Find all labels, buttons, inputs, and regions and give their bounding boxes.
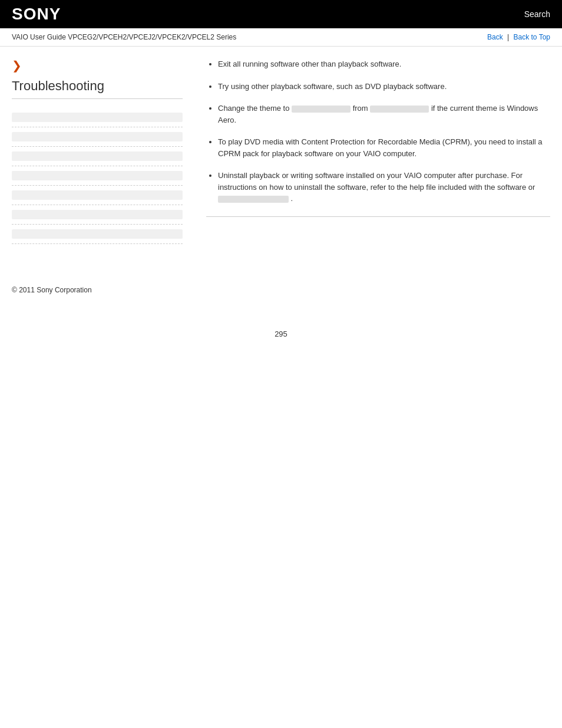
list-item[interactable] — [12, 205, 183, 225]
content-list: Exit all running software other than pla… — [206, 58, 550, 205]
sidebar: ❯ Troubleshooting — [12, 58, 194, 244]
search-button[interactable]: Search — [524, 9, 550, 19]
content-area: Exit all running software other than pla… — [194, 58, 550, 244]
bullet-text-4: To play DVD media with Content Protectio… — [218, 137, 543, 158]
redacted-theme-name — [292, 106, 351, 113]
bullet-text-1: Exit all running software other than pla… — [218, 60, 401, 68]
sidebar-links — [12, 108, 183, 244]
nav-links: Back | Back to Top — [487, 33, 550, 41]
sidebar-title: Troubleshooting — [12, 78, 183, 99]
sidebar-link[interactable] — [12, 210, 183, 219]
redacted-link — [218, 196, 289, 203]
list-item: Try using other playback software, such … — [218, 81, 550, 93]
breadcrumb-text: VAIO User Guide VPCEG2/VPCEH2/VPCEJ2/VPC… — [12, 33, 236, 41]
bullet-text-3: Change the theme to from if the current … — [218, 104, 538, 124]
sony-logo: SONY — [12, 5, 61, 24]
list-item[interactable] — [12, 166, 183, 186]
sidebar-link[interactable] — [12, 113, 183, 122]
content-divider — [206, 216, 550, 217]
sidebar-link[interactable] — [12, 190, 183, 200]
back-link[interactable]: Back — [487, 33, 503, 41]
copyright-text: © 2011 Sony Corporation — [12, 286, 92, 294]
breadcrumb-bar: VAIO User Guide VPCEG2/VPCEH2/VPCEJ2/VPC… — [0, 28, 562, 47]
back-to-top-link[interactable]: Back to Top — [514, 33, 550, 41]
bullet-text-5: Uninstall playback or writing software i… — [218, 171, 535, 203]
footer: © 2011 Sony Corporation — [0, 274, 562, 306]
sidebar-link[interactable] — [12, 171, 183, 180]
header: SONY Search — [0, 0, 562, 28]
list-item[interactable] — [12, 108, 183, 127]
sidebar-link[interactable] — [12, 229, 183, 239]
list-item[interactable] — [12, 186, 183, 205]
list-item: Exit all running software other than pla… — [218, 58, 550, 70]
list-item: To play DVD media with Content Protectio… — [218, 136, 550, 159]
separator: | — [507, 33, 511, 41]
redacted-source — [370, 106, 429, 113]
sidebar-link[interactable] — [12, 151, 183, 161]
page-number: 295 — [0, 330, 562, 350]
main-content: ❯ Troubleshooting Exit all running softw… — [0, 47, 562, 256]
list-item: Change the theme to from if the current … — [218, 103, 550, 126]
bullet-text-2: Try using other playback software, such … — [218, 82, 447, 91]
list-item[interactable] — [12, 147, 183, 166]
sidebar-link[interactable] — [12, 132, 183, 141]
sidebar-arrow: ❯ — [12, 58, 183, 73]
list-item[interactable] — [12, 127, 183, 147]
list-item[interactable] — [12, 225, 183, 244]
list-item: Uninstall playback or writing software i… — [218, 170, 550, 205]
